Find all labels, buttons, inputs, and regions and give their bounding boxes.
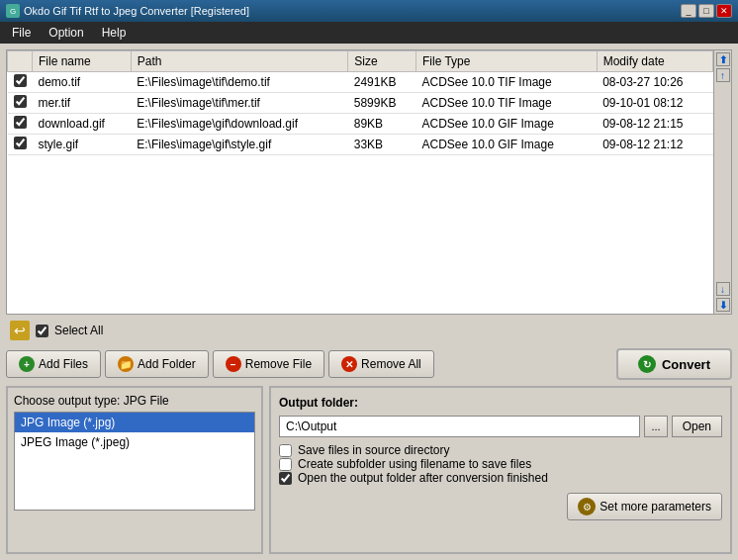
option-row: Save files in source directory (279, 443, 722, 457)
output-folder-input[interactable] (279, 416, 640, 437)
row-filetype: ACDSee 10.0 TIF Image (415, 72, 597, 93)
row-size: 5899KB (348, 93, 416, 114)
row-filetype: ACDSee 10.0 GIF Image (415, 135, 597, 155)
title-bar: G Okdo Gif Tif Rtf to Jpeg Converter [Re… (0, 0, 738, 22)
add-files-label: Add Files (39, 357, 88, 371)
row-checkbox[interactable] (14, 137, 27, 149)
set-params-button[interactable]: ⚙ Set more parameters (567, 493, 722, 520)
table-row: style.gif E:\Files\image\gif\style.gif 3… (8, 135, 713, 155)
scroll-down-button[interactable]: ↓ (716, 282, 730, 296)
option-checkbox[interactable] (279, 458, 292, 471)
convert-button[interactable]: ↻ Convert (616, 348, 732, 380)
row-filetype: ACDSee 10.0 GIF Image (415, 114, 597, 135)
convert-icon: ↻ (638, 355, 656, 373)
option-label: Open the output folder after conversion … (298, 471, 548, 485)
row-size: 33KB (348, 135, 416, 155)
set-params-label: Set more parameters (600, 500, 711, 513)
row-filename: download.gif (33, 114, 132, 135)
output-type-panel: Choose output type: JPG File JPG Image (… (6, 386, 263, 554)
add-folder-icon: 📁 (118, 356, 134, 372)
app-icon: G (6, 4, 20, 18)
table-row: download.gif E:\Files\image\gif\download… (8, 114, 713, 135)
row-checkbox[interactable] (14, 74, 27, 87)
col-size: Size (348, 51, 416, 72)
output-type-label: Choose output type: (14, 394, 124, 408)
scroll-up-button[interactable]: ↑ (716, 68, 730, 82)
minimize-button[interactable]: _ (681, 4, 696, 18)
row-filename: style.gif (33, 135, 132, 155)
col-filetype: File Type (415, 51, 597, 72)
col-path: Path (131, 51, 348, 72)
select-all-bar: ↩ Select All (6, 319, 732, 342)
menu-file[interactable]: File (4, 24, 39, 42)
row-path: E:\Files\image\tif\mer.tif (131, 93, 348, 114)
add-folder-label: Add Folder (138, 357, 196, 371)
toolbar: + Add Files 📁 Add Folder − Remove File ✕… (6, 346, 732, 382)
select-all-label: Select All (54, 324, 103, 337)
col-modifydate: Modify date (597, 51, 712, 72)
remove-all-icon: ✕ (341, 356, 357, 372)
row-date: 08-03-27 10:26 (597, 72, 712, 93)
file-list-container: File name Path Size File Type Modify dat… (6, 49, 732, 315)
option-row: Open the output folder after conversion … (279, 471, 722, 485)
table-row: demo.tif E:\Files\image\tif\demo.tif 249… (8, 72, 713, 93)
bottom-section: Choose output type: JPG File JPG Image (… (6, 386, 732, 554)
option-row: Create subfolder using filename to save … (279, 457, 722, 471)
scroll-bottom-button[interactable]: ⬇ (716, 298, 730, 312)
row-checkbox[interactable] (14, 95, 27, 108)
menu-option[interactable]: Option (41, 24, 91, 42)
add-files-button[interactable]: + Add Files (6, 350, 101, 378)
output-type-header: Choose output type: JPG File (14, 394, 255, 408)
row-path: E:\Files\image\gif\style.gif (131, 135, 348, 155)
scroll-top-button[interactable]: ⬆ (716, 52, 730, 66)
folder-path-row: ... Open (279, 416, 722, 437)
col-check (8, 51, 33, 72)
remove-all-button[interactable]: ✕ Remove All (328, 350, 434, 378)
file-table: File name Path Size File Type Modify dat… (7, 50, 713, 155)
window-controls: _ □ ✕ (681, 4, 732, 18)
main-content: File name Path Size File Type Modify dat… (0, 44, 738, 560)
table-row: mer.tif E:\Files\image\tif\mer.tif 5899K… (8, 93, 713, 114)
output-folder-label: Output folder: (279, 396, 722, 410)
convert-label: Convert (662, 357, 710, 372)
back-icon[interactable]: ↩ (10, 321, 30, 340)
select-all-checkbox[interactable] (36, 325, 48, 337)
file-table-wrapper: File name Path Size File Type Modify dat… (7, 50, 713, 314)
option-checkbox[interactable] (279, 444, 292, 457)
output-folder-panel: Output folder: ... Open Save files in so… (269, 386, 732, 554)
output-type-value: JPG File (124, 394, 169, 408)
row-checkbox[interactable] (14, 116, 27, 129)
option-checkboxes: Save files in source directory Create su… (279, 443, 722, 485)
row-date: 09-10-01 08:12 (597, 93, 712, 114)
output-type-list: JPG Image (*.jpg)JPEG Image (*.jpeg) (14, 412, 255, 511)
remove-file-icon: − (226, 356, 241, 372)
add-files-icon: + (19, 356, 35, 372)
output-type-option[interactable]: JPG Image (*.jpg) (15, 413, 254, 432)
row-path: E:\Files\image\gif\download.gif (131, 114, 348, 135)
window-title: Okdo Gif Tif Rtf to Jpeg Converter [Regi… (24, 5, 249, 17)
row-date: 09-08-12 21:15 (597, 114, 712, 135)
row-size: 2491KB (348, 72, 416, 93)
remove-file-button[interactable]: − Remove File (213, 350, 324, 378)
row-filename: demo.tif (33, 72, 132, 93)
output-type-option[interactable]: JPEG Image (*.jpeg) (15, 432, 254, 452)
folder-browse-button[interactable]: ... (644, 416, 667, 437)
folder-open-button[interactable]: Open (672, 416, 722, 437)
row-filename: mer.tif (33, 93, 132, 114)
row-size: 89KB (348, 114, 416, 135)
option-label: Create subfolder using filename to save … (298, 457, 531, 471)
row-path: E:\Files\image\tif\demo.tif (131, 72, 348, 93)
gear-icon: ⚙ (578, 498, 596, 515)
maximize-button[interactable]: □ (698, 4, 714, 18)
add-folder-button[interactable]: 📁 Add Folder (105, 350, 209, 378)
remove-all-label: Remove All (361, 357, 421, 371)
remove-file-label: Remove File (245, 357, 312, 371)
col-filename: File name (33, 51, 132, 72)
menu-help[interactable]: Help (94, 24, 135, 42)
option-checkbox[interactable] (279, 472, 292, 485)
option-label: Save files in source directory (298, 443, 449, 457)
menu-bar: File Option Help (0, 22, 738, 44)
row-date: 09-08-12 21:12 (597, 135, 712, 155)
close-button[interactable]: ✕ (716, 4, 732, 18)
scroll-area: ⬆ ↑ ↓ ⬇ (713, 50, 731, 314)
